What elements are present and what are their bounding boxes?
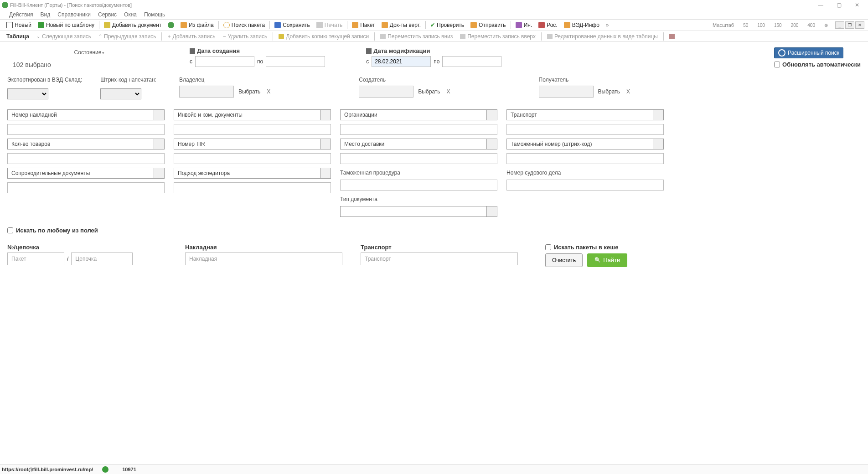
filter-transport-value[interactable] [506,124,664,135]
barcode-printed-select[interactable] [100,88,141,99]
move-up[interactable]: Переместить запись вверх [457,33,538,40]
zoom-50[interactable]: 50 [743,23,748,28]
save-button[interactable]: Сохранить [272,20,313,30]
filter-forwarder[interactable]: Подход экспедитора⌄ [174,168,331,179]
minimize-button[interactable]: — [811,0,830,10]
filter-delivery[interactable]: Место доставки⌄ [340,139,497,149]
calendar-icon [190,48,195,54]
filter-org[interactable]: Организации⌄ [340,109,497,120]
edit-as-table[interactable]: Редактирование данных в виде таблицы [544,33,661,40]
recipient-select-button[interactable]: Выбрать [596,88,622,95]
menu-view[interactable]: Вид [41,11,51,18]
add-record[interactable]: +Добавить запись [165,33,218,40]
packet-button[interactable]: Пакет [349,20,377,30]
check-button[interactable]: ✔Проверить [428,20,467,30]
waybill-input[interactable] [185,252,342,265]
owner-clear-button[interactable]: X [265,88,272,95]
menu-directories[interactable]: Справочники [57,11,91,18]
maximize-button[interactable]: ▢ [830,0,848,10]
transport-input[interactable] [361,252,518,265]
mdi-minimize[interactable]: _ [835,21,844,29]
menu-service[interactable]: Сервис [98,11,117,18]
zoom-400[interactable]: 400 [807,23,815,28]
packet-input[interactable] [7,252,64,265]
filter-org-value[interactable] [340,124,497,135]
filter-goods-qty[interactable]: Кол-во товаров⌄ [7,139,165,149]
vessel-case-input[interactable] [506,180,664,191]
prev-record[interactable]: ⌃Предыдущая запись [96,33,159,40]
recipient-clear-button[interactable]: X [625,88,632,95]
date-modified-from[interactable] [372,56,431,67]
creator-input[interactable] [359,86,413,98]
print-icon [316,22,323,28]
from-file-button[interactable]: Из файла [178,20,216,30]
menu-help[interactable]: Помощь [144,11,165,18]
new-icon [6,22,13,28]
find-button[interactable]: Найти [587,253,627,267]
filter-tir-value[interactable] [174,153,331,164]
date-modified-to[interactable] [442,56,501,67]
doc-type-select[interactable]: ⌄ [340,206,497,217]
mdi-close[interactable]: ✕ [855,21,864,29]
add-doc-icon [104,22,110,28]
zoom-100[interactable]: 100 [757,23,765,28]
auto-refresh-checkbox[interactable] [774,62,780,67]
owner-select-button[interactable]: Выбрать [237,88,262,95]
cache-search-checkbox[interactable] [545,244,551,250]
app-icon [2,2,8,8]
filter-goods-qty-value[interactable] [7,153,165,164]
zoom-200[interactable]: 200 [791,23,799,28]
copy-record[interactable]: Добавить копию текущей записи [276,33,372,40]
ved-info-button[interactable]: ВЭД-Инфо [561,20,602,30]
filter-waybill-no-value[interactable] [7,124,165,135]
date-created-label: Дата создания [197,47,240,54]
filter-invoice[interactable]: Инвойс и ком. документы⌄ [174,109,331,120]
owner-input[interactable] [179,86,234,98]
date-created-from[interactable] [195,56,254,67]
filter-accompanying-docs-value[interactable] [7,182,165,193]
search-packet-button[interactable]: Поиск пакета [221,20,268,30]
filter-delivery-value[interactable] [340,153,497,164]
menu-actions[interactable]: Действия [9,11,33,18]
in-button[interactable]: Ин. [513,20,535,30]
close-button[interactable]: ✕ [848,0,866,10]
mdi-restore[interactable]: ❐ [845,21,854,29]
table-mode[interactable]: Таблица [4,33,32,40]
toolbar-overflow[interactable]: » [606,22,609,28]
chain-input[interactable] [71,252,133,265]
send-button[interactable]: Отправить [468,20,509,30]
clear-button[interactable]: Очистить [545,253,583,267]
recipient-input[interactable] [539,86,594,98]
new-button[interactable]: Новый [4,20,34,30]
toolbar2-extra[interactable] [666,34,677,39]
filter-waybill-no[interactable]: Номер накладной⌄ [7,109,165,120]
add-document-button[interactable]: Добавить документ [101,20,164,30]
filter-customs-no[interactable]: Таможенный номер (штрих-код)⌄ [506,139,664,149]
any-field-checkbox[interactable] [7,227,13,233]
exported-select[interactable] [7,88,48,99]
advanced-search-button[interactable]: Расширенный поиск [774,47,843,58]
creator-clear-button[interactable]: X [445,88,452,95]
refresh-button[interactable] [165,20,177,30]
new-template-button[interactable]: Новый по шаблону [35,20,97,30]
zoom-fit-icon[interactable]: ⊕ [824,23,828,28]
state-dropdown[interactable]: Состояние▾ [21,47,158,57]
move-down[interactable]: Переместить запись вниз [377,33,455,40]
filter-customs-no-value[interactable] [506,153,664,164]
customs-proc-input[interactable] [340,180,497,191]
ros-button[interactable]: Рос. [536,20,560,30]
filter-tir[interactable]: Номер TIR⌄ [174,139,331,149]
date-created-to[interactable] [266,56,325,67]
filter-invoice-value[interactable] [174,124,331,135]
menu-windows[interactable]: Окна [124,11,137,18]
filter-forwarder-value[interactable] [174,182,331,193]
delete-record[interactable]: −Удалить запись [220,33,270,40]
creator-select-button[interactable]: Выбрать [416,88,442,95]
docs-vert-button[interactable]: Док-ты верт. [379,20,424,30]
next-record[interactable]: ⌄Следующая запись [34,33,94,40]
filter-transport[interactable]: Транспорт⌄ [506,109,664,120]
zoom-150[interactable]: 150 [774,23,782,28]
recipient-label: Получатель [539,77,632,83]
print-button[interactable]: Печать [314,20,345,30]
filter-accompanying-docs[interactable]: Сопроводительные документы⌄ [7,168,165,179]
